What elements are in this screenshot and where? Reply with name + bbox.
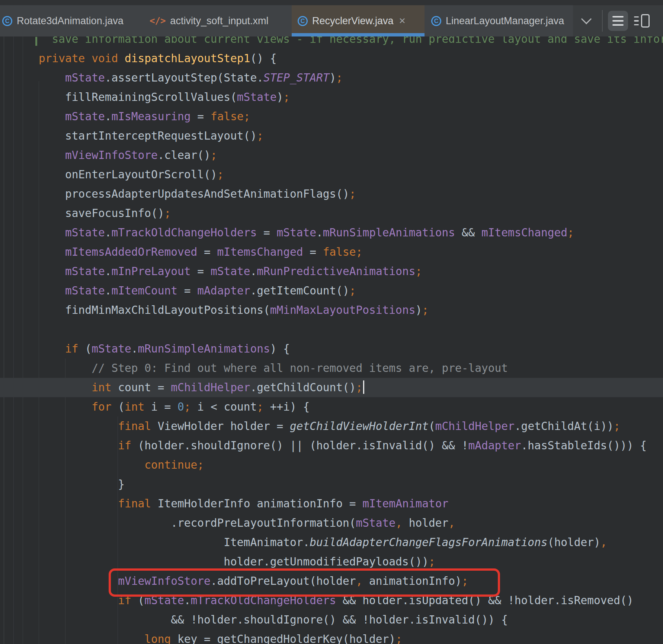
code-token: .assertLayoutStep(State.	[105, 71, 263, 84]
code-token: .getChildAt(i))	[515, 420, 614, 433]
code-token: mState	[65, 110, 105, 123]
java-class-icon: C	[298, 16, 308, 26]
code-token: ,	[600, 536, 607, 549]
code-line[interactable]: mViewInfoStore.addToPreLayout(holder, an…	[0, 571, 663, 591]
code-token: ;	[349, 284, 356, 297]
code-line[interactable]: if (mState.mRunSimpleAnimations) {	[0, 339, 663, 358]
code-token: mInPreLayout	[111, 265, 190, 278]
code-token: mState	[92, 342, 131, 355]
code-token: dispatchLayoutStep1	[125, 52, 250, 65]
code-token: ;	[415, 265, 422, 278]
code-token: if	[118, 594, 131, 607]
code-token: ;	[567, 226, 574, 239]
code-token: ,	[395, 517, 402, 529]
tab-list-icon[interactable]	[608, 11, 628, 31]
tab-recyclerview-java[interactable]: C RecyclerView.java ✕	[292, 5, 425, 36]
code-token: mIsMeasuring	[111, 110, 190, 123]
code-token: .	[105, 284, 112, 297]
code-line[interactable]: mState.mInPreLayout = mState.mRunPredict…	[0, 262, 663, 281]
code-line[interactable]: saveFocusInfo();	[0, 204, 663, 223]
code-token: startInterceptRequestLayout()	[12, 130, 257, 142]
code-token: holder.getUnmodifiedPayloads())	[12, 555, 429, 568]
code-line[interactable]: fillRemainingScrollValues(mState);	[0, 87, 663, 107]
code-line[interactable]: processAdapterUpdatesAndSetAnimationFlag…	[0, 184, 663, 204]
code-token: ;	[462, 575, 468, 587]
separator	[602, 10, 603, 32]
code-line[interactable]: mViewInfoStore.clear();	[0, 146, 663, 165]
code-token: i =	[144, 401, 177, 413]
code-line[interactable]: startInterceptRequestLayout();	[0, 126, 663, 146]
code-line[interactable]: continue;	[0, 455, 663, 475]
code-line[interactable]: onEnterLayoutOrScroll();	[0, 165, 663, 184]
code-token	[12, 439, 118, 452]
code-token: mState	[276, 226, 316, 239]
code-token: .	[184, 594, 191, 607]
code-token: .	[131, 342, 138, 355]
structure-view-icon[interactable]	[634, 14, 650, 28]
code-line[interactable]: long key = getChangedHolderKey(holder);	[0, 629, 663, 644]
tab-label: LinearLayoutManager.java	[446, 15, 564, 27]
code-token	[12, 575, 118, 587]
code-token: }	[12, 478, 125, 491]
code-token: mAdapter	[197, 284, 250, 297]
code-line[interactable]: if (holder.shouldIgnore() || (holder.isI…	[0, 436, 663, 455]
tab-linearlayoutmanager-java[interactable]: C LinearLayoutManager.java	[419, 5, 586, 36]
code-token: ;	[356, 381, 363, 394]
code-token: ) {	[270, 342, 290, 355]
code-line[interactable]: mItemsAddedOrRemoved = mItemsChanged = f…	[0, 242, 663, 262]
code-line[interactable]: .recordPreLayoutInformation(mState, hold…	[0, 513, 663, 533]
code-token: onEnterLayoutOrScroll()	[12, 168, 217, 181]
code-token: STEP_START	[263, 71, 330, 84]
code-line[interactable]: private void dispatchLayoutStep1() {	[0, 49, 663, 68]
code-token	[12, 284, 65, 297]
code-token: private	[39, 52, 85, 65]
code-token: (holder.shouldIgnore() || (holder.isInva…	[131, 439, 468, 452]
code-token: (	[429, 420, 435, 433]
code-token	[12, 226, 65, 239]
code-token: ++i) {	[263, 401, 310, 413]
code-line[interactable]: final ItemHolderInfo animationInfo = mIt…	[0, 494, 663, 513]
code-line[interactable]: mState.mItemCount = mAdapter.getItemCoun…	[0, 281, 663, 300]
code-token: ;	[395, 633, 402, 644]
code-line[interactable]: int count = mChildHelper.getChildCount()…	[0, 378, 663, 397]
code-token: ;	[164, 207, 171, 220]
code-editor[interactable]: save information about current views - i…	[0, 36, 663, 644]
text-caret	[363, 380, 364, 394]
code-token	[85, 52, 92, 65]
code-line[interactable]: && !holder.shouldIgnore() && !holder.isI…	[0, 610, 663, 629]
code-token: ;	[283, 91, 290, 103]
code-token: mViewInfoStore	[65, 149, 158, 162]
code-line[interactable]: ItemAnimator.buildAdapterChangeFlagsForA…	[0, 533, 663, 552]
code-line[interactable]	[0, 320, 663, 339]
code-token: =	[191, 265, 211, 278]
code-line[interactable]: if (mState.mTrackOldChangeHolders && hol…	[0, 591, 663, 610]
java-class-icon: C	[431, 16, 441, 26]
tab-rotate3danimation-java[interactable]: C Rotate3dAnimation.java	[0, 5, 141, 36]
code-line[interactable]: save information about current views - i…	[0, 36, 663, 49]
code-token: long	[144, 633, 171, 644]
code-line[interactable]: final ViewHolder holder = getChildViewHo…	[0, 417, 663, 436]
code-line[interactable]: holder.getUnmodifiedPayloads());	[0, 552, 663, 571]
code-token: .	[316, 226, 323, 239]
code-token	[12, 71, 65, 84]
code-token: int	[125, 401, 144, 413]
tab-activity-soft-input-xml[interactable]: </> activity_soft_input.xml	[146, 5, 280, 36]
code-line[interactable]: findMinMaxChildLayoutPositions(mMinMaxLa…	[0, 300, 663, 320]
chevron-down-icon[interactable]	[581, 14, 592, 24]
code-line[interactable]: mState.assertLayoutStep(State.STEP_START…	[0, 68, 663, 87]
code-line[interactable]: mState.mIsMeasuring = false;	[0, 107, 663, 126]
close-tab-icon[interactable]: ✕	[399, 17, 406, 25]
code-line[interactable]: // Step 0: Find out where all non-remove…	[0, 358, 663, 378]
code-token: mMinMaxLayoutPositions	[270, 304, 416, 316]
code-line[interactable]: mState.mTrackOldChangeHolders = mState.m…	[0, 223, 663, 242]
code-line[interactable]: }	[0, 475, 663, 494]
xml-file-icon: </>	[150, 16, 166, 26]
code-token: mChildHelper	[171, 381, 250, 394]
active-tab-underline	[292, 33, 425, 36]
code-token: ,	[448, 517, 455, 529]
code-token: =	[257, 226, 276, 239]
code-token: save information about current views - i…	[12, 36, 663, 45]
code-token	[12, 401, 92, 413]
code-token: buildAdapterChangeFlagsForAnimations	[310, 536, 547, 549]
code-line[interactable]: for (int i = 0; i < count; ++i) {	[0, 397, 663, 417]
